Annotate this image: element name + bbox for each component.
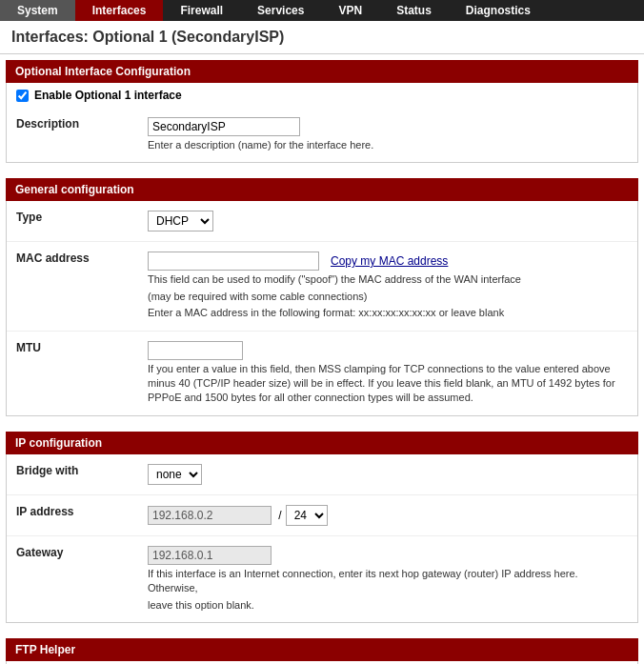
ip-label: IP address [7,501,140,522]
description-input[interactable] [148,117,300,136]
gateway-label: Gateway [7,542,140,563]
bridge-label: Bridge with [7,460,140,481]
gateway-help2: leave this option blank. [148,598,630,613]
type-label: Type [7,207,140,228]
type-row: Type DHCP Static PPPoE none [7,201,637,242]
mtu-help: If you enter a value in this field, then… [148,362,630,406]
enable-optional-row: Enable Optional 1 interface [7,83,637,108]
mtu-control: If you enter a value in this field, then… [140,337,637,410]
type-control: DHCP Static PPPoE none [140,207,637,235]
ftp-helper-header: FTP Helper [6,638,638,661]
nav-firewall[interactable]: Firewall [163,0,240,21]
gateway-control: If this interface is an Internet connect… [140,542,637,616]
description-label: Description [7,113,140,134]
type-select[interactable]: DHCP Static PPPoE none [148,211,213,231]
cidr-select[interactable]: 24 8 16 32 [286,505,328,526]
nav-services[interactable]: Services [240,0,321,21]
gateway-help1: If this interface is an Internet connect… [148,567,630,596]
nav-status[interactable]: Status [379,0,449,21]
nav-bar: System Interfaces Firewall Services VPN … [0,0,644,21]
general-config-section: Type DHCP Static PPPoE none MAC address … [6,201,638,415]
mac-control: Copy my MAC address This field can be us… [140,248,637,324]
nav-system[interactable]: System [0,0,75,21]
ip-config-header: IP configuration [6,432,638,454]
nav-vpn[interactable]: VPN [321,0,379,21]
optional-interface-header: Optional Interface Configuration [6,60,638,83]
nav-diagnostics[interactable]: Diagnostics [449,0,548,21]
optional-interface-section: Enable Optional 1 interface Description … [6,83,638,163]
ip-config-section: Bridge with none IP address / 24 8 16 3 [6,454,638,623]
mac-help3: Enter a MAC address in the following for… [148,306,630,320]
copy-mac-link[interactable]: Copy my MAC address [331,254,448,268]
description-row: Description Enter a description (name) f… [7,108,637,162]
bridge-select[interactable]: none [148,464,202,485]
gateway-input[interactable] [148,546,272,565]
description-help: Enter a description (name) for the inter… [148,138,630,152]
mac-label: MAC address [7,248,140,269]
gateway-row: Gateway If this interface is an Internet… [7,536,637,622]
nav-interfaces[interactable]: Interfaces [75,0,164,21]
ip-input[interactable] [148,506,272,525]
mac-row: MAC address Copy my MAC address This fie… [7,242,637,331]
mtu-row: MTU If you enter a value in this field, … [7,332,637,415]
mac-input-group: Copy my MAC address [148,252,630,271]
ip-input-group: / 24 8 16 32 [148,505,630,526]
mac-help1: This field can be used to modify ("spoof… [148,272,630,287]
mac-help2: (may be required with some cable connect… [148,290,630,304]
ip-row: IP address / 24 8 16 32 [7,495,637,536]
bridge-control: none [140,460,637,489]
description-control: Enter a description (name) for the inter… [140,113,637,156]
general-config-header: General configuration [6,178,638,201]
enable-optional-checkbox[interactable] [16,90,29,102]
enable-optional-label: Enable Optional 1 interface [34,89,182,102]
ip-control: / 24 8 16 32 [140,501,637,530]
page-title: Interfaces: Optional 1 (SecondaryISP) [0,21,644,54]
mtu-label: MTU [7,337,140,358]
mac-input[interactable] [148,252,319,271]
slash-separator: / [275,509,282,522]
bridge-row: Bridge with none [7,454,637,495]
mtu-input[interactable] [148,341,243,360]
